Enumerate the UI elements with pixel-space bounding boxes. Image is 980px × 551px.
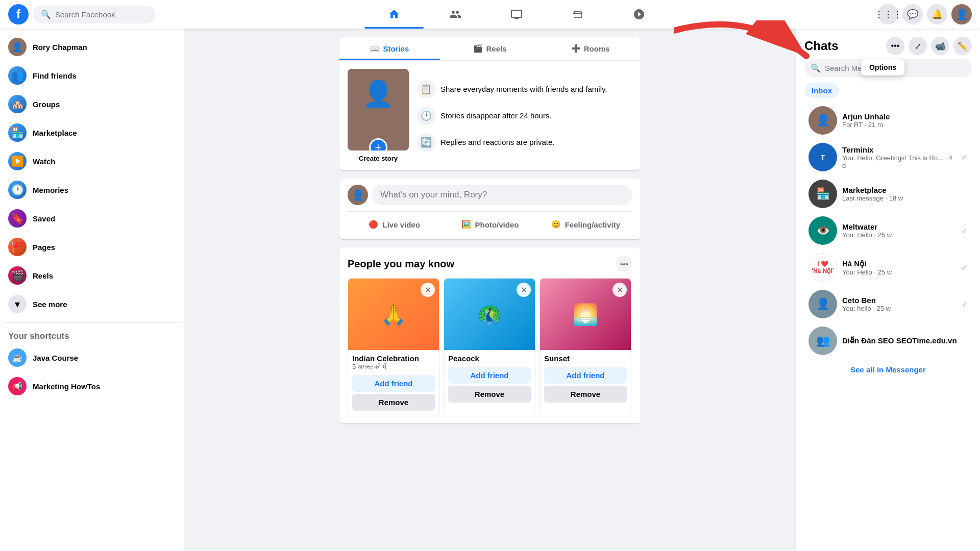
person-info-1: Indian Celebration 5 अगस्त को में Add fr… [348, 350, 439, 415]
post-input[interactable] [372, 185, 632, 205]
sidebar-item-saved[interactable]: 🔖 Saved [4, 204, 180, 233]
feeling-label: Feeling/activity [565, 220, 620, 229]
hanoi-info: Hà Nội You: Hello · 25 w [842, 259, 956, 276]
apps-button[interactable]: ⋮⋮⋮ [878, 4, 898, 24]
nav-item-home[interactable] [364, 2, 424, 27]
nav-item-groups[interactable] [609, 2, 669, 27]
tab-reels[interactable]: 🎬 Reels [440, 37, 541, 60]
groups-icon: 🏘️ [8, 95, 27, 113]
marketplace-label: Marketplace [33, 129, 77, 137]
facebook-logo[interactable]: f [8, 4, 29, 24]
layout: 👤 Rory Chapman 👥 Find friends 🏘️ Groups … [0, 0, 980, 551]
chat-item-marketplace[interactable]: 🏪 Marketplace Last message · 18 w [800, 176, 976, 212]
people-card-header: People you may know ••• [348, 256, 632, 272]
chat-item-arjun[interactable]: 👤 Arjun Unhale For RT · 21 m [800, 102, 976, 139]
profile-avatar-button[interactable]: 👤 [951, 4, 972, 24]
add-friend-button-3[interactable]: Add friend [544, 367, 627, 384]
meltwater-info: Meltwater You: Hello · 25 w [842, 222, 956, 239]
feeling-icon: 😊 [551, 220, 561, 229]
add-friend-button-1[interactable]: Add friend [352, 375, 435, 392]
plus-button[interactable]: + [369, 138, 387, 151]
stories-card: 📖 Stories 🎬 Reels ➕ Rooms 👤 + [339, 37, 641, 170]
inbox-button[interactable]: Inbox [804, 83, 839, 98]
main-feed: 📖 Stories 🎬 Reels ➕ Rooms 👤 + [184, 29, 796, 551]
chat-item-dien-dan[interactable]: 👥 Diễn Đàn SEO SEOTime.edu.vn [800, 322, 976, 359]
see-more-icon: ▾ [8, 295, 27, 313]
sidebar-item-marketplace[interactable]: 🏪 Marketplace [4, 118, 180, 147]
post-actions: 🔴 Live video 🖼️ Photo/video 😊 Feeling/ac… [348, 211, 632, 233]
remove-button-2[interactable]: Remove [448, 386, 531, 403]
person-name-3: Sunset [544, 354, 627, 363]
remove-button-1[interactable]: Remove [352, 394, 435, 411]
chats-search-icon: 🔍 [811, 63, 821, 73]
sidebar-item-java-course[interactable]: ☕ Java Course [4, 343, 180, 372]
chat-item-hanoi[interactable]: I ❤️ 'Hà Nội' Hà Nội You: Hello · 25 w ✓ [800, 249, 976, 286]
add-friend-button-2[interactable]: Add friend [448, 367, 531, 384]
search-input[interactable] [55, 10, 147, 19]
saved-label: Saved [33, 214, 55, 223]
sidebar-item-find-friends[interactable]: 👥 Find friends [4, 61, 180, 90]
arjun-avatar: 👤 [808, 106, 837, 135]
feeling-button[interactable]: 😊 Feeling/activity [539, 216, 632, 233]
nav-item-marketplace[interactable] [548, 2, 607, 27]
live-video-label: Live video [382, 220, 420, 229]
people-card-title: People you may know [348, 258, 454, 270]
notifications-button[interactable]: 🔔 [927, 4, 947, 24]
terminix-name: Terminix [842, 145, 956, 154]
header-right: ⋮⋮⋮ 💬 🔔 👤 [878, 4, 972, 24]
meltwater-name: Meltwater [842, 222, 956, 231]
disappear-text: Stories disappear after 24 hours. [440, 111, 552, 120]
terminix-info: Terminix You: Hello, Greetings! This is … [842, 145, 956, 169]
chat-item-meltwater[interactable]: 👁️ Meltwater You: Hello · 25 w ✓ [800, 212, 976, 249]
chat-item-ceto-ben[interactable]: 👤 Ceto Ben You: hello · 25 w ✓ [800, 286, 976, 322]
reels-label: Reels [33, 271, 53, 280]
search-bar-container[interactable]: 🔍 [33, 6, 155, 23]
chats-compose-button[interactable]: ✏️ [953, 37, 972, 55]
nav-item-watch[interactable] [487, 2, 546, 27]
pages-icon: 🚩 [8, 238, 27, 256]
person-card-2: 🦚 ✕ Peacock Add friend Remove [444, 278, 535, 415]
marketplace-name: Marketplace [842, 186, 968, 194]
chats-video-button[interactable]: 📹 [931, 37, 949, 55]
sidebar-item-see-more[interactable]: ▾ See more [4, 290, 180, 318]
header-left: f 🔍 [8, 4, 155, 24]
chat-item-terminix[interactable]: T Terminix You: Hello, Greetings! This i… [800, 139, 976, 176]
story-info-private: 🔄 Replies and reactions are private. [417, 133, 607, 152]
person-close-2[interactable]: ✕ [517, 283, 531, 297]
nav-item-friends[interactable] [426, 2, 485, 27]
terminix-check: ✓ [961, 153, 968, 162]
sidebar-item-reels[interactable]: 🎬 Reels [4, 261, 180, 290]
reels-tab-icon: 🎬 [473, 44, 483, 53]
chats-expand-button[interactable]: ⤢ [909, 37, 927, 55]
shortcuts-title: Your shortcuts [4, 327, 180, 343]
live-video-button[interactable]: 🔴 Live video [348, 216, 441, 233]
arjun-preview: For RT · 21 m [842, 121, 968, 129]
sidebar-item-marketing[interactable]: 📢 Marketing HowTos [4, 372, 180, 400]
sidebar-item-pages[interactable]: 🚩 Pages [4, 233, 180, 261]
watch-label: Watch [33, 157, 55, 166]
marketplace-icon: 🏪 [8, 123, 27, 142]
story-info-share: 📋 Share everyday moments with friends an… [417, 80, 607, 98]
tab-rooms[interactable]: ➕ Rooms [540, 37, 641, 60]
groups-label: Groups [33, 100, 60, 109]
memories-icon: 🕐 [8, 181, 27, 199]
stories-body: 👤 + Create story 📋 Share everyday moment… [339, 61, 641, 170]
tab-stories[interactable]: 📖 Stories [339, 37, 440, 60]
remove-button-3[interactable]: Remove [544, 386, 627, 403]
person-close-3[interactable]: ✕ [612, 283, 627, 297]
sidebar-item-watch[interactable]: ▶️ Watch [4, 147, 180, 176]
messenger-button[interactable]: 💬 [902, 4, 923, 24]
post-avatar: 👤 [348, 185, 368, 205]
profile-avatar: 👤 [8, 38, 27, 56]
photo-video-button[interactable]: 🖼️ Photo/video [443, 216, 536, 233]
create-story[interactable]: 👤 + Create story [348, 69, 409, 162]
people-grid: 🙏 ✕ Indian Celebration 5 अगस्त को में Ad… [348, 278, 632, 415]
marketplace-preview: Last message · 18 w [842, 194, 968, 202]
sidebar-item-memories[interactable]: 🕐 Memories [4, 176, 180, 204]
sidebar-item-groups[interactable]: 🏘️ Groups [4, 90, 180, 118]
people-more-button[interactable]: ••• [616, 256, 632, 272]
sidebar-item-profile[interactable]: 👤 Rory Chapman [4, 33, 180, 61]
chats-options-button[interactable]: ••• Options [886, 37, 904, 55]
see-all-messenger-button[interactable]: See all in Messenger [796, 359, 980, 380]
person-close-1[interactable]: ✕ [421, 283, 435, 297]
